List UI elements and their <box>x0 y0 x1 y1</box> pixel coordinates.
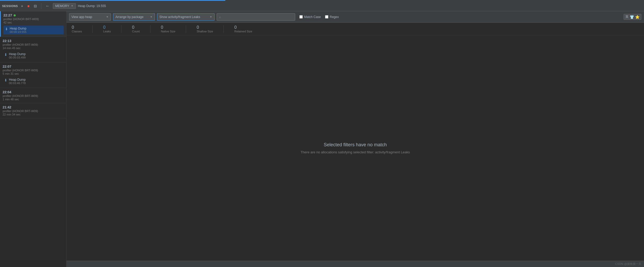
main-toolbar: View app heap ▼ Arrange by package ▼ Sho… <box>66 11 644 23</box>
shirt-icon: 👕 <box>630 15 634 19</box>
regex-checkbox-label[interactable]: Regex <box>325 15 339 19</box>
stat-separator <box>121 25 121 33</box>
match-case-checkbox[interactable] <box>299 15 303 19</box>
stat-retained-size: 0 Retained Size <box>234 25 252 33</box>
arrange-by-package-arrow: ▼ <box>150 15 153 18</box>
regex-checkbox[interactable] <box>325 15 328 19</box>
stat-count: 0 Count <box>132 25 139 33</box>
top-bar: SESSIONS + ■ ⊟ ← MEMORY ▼ Heap Dump: 19.… <box>0 1 644 11</box>
session-time-value: 22:13 <box>3 39 11 43</box>
session-time: 22:04 <box>3 90 64 94</box>
show-filter-label: Show activity/fragment Leaks <box>159 15 200 19</box>
stat-separator <box>186 25 186 33</box>
native-size-value: 0 <box>161 25 163 30</box>
bottom-bar: CSDN @摸鱼摸一天 <box>66 261 644 267</box>
search-input[interactable] <box>222 15 293 19</box>
session-time: 22:27 <box>3 13 64 17</box>
session-active-dot <box>14 14 16 16</box>
heap-dump-item[interactable]: ⬇ Heap Dump 00:05:03.499 <box>3 51 64 60</box>
heap-dump-icon: ⬇ <box>5 27 8 31</box>
arrange-by-package-label: Arrange by package <box>115 15 143 19</box>
heap-dump-item[interactable]: ⬇ Heap Dump 00:03:46.778 <box>3 77 64 86</box>
lang-label: 英 <box>625 15 629 19</box>
stat-separator <box>223 25 224 33</box>
back-button[interactable]: ← <box>44 3 51 9</box>
session-device: profiler (HONOR BRT-W09) <box>3 94 64 97</box>
empty-state-description: There are no allocations satisfying sele… <box>301 150 410 154</box>
heap-dump-timestamp: 00:03:46.778 <box>9 82 26 85</box>
count-value: 0 <box>132 25 134 30</box>
leaks-label: Leaks <box>103 30 111 33</box>
main-content: Selected filters have no match There are… <box>66 35 644 261</box>
heap-dump-name: Heap Dump <box>10 27 26 30</box>
classes-value: 0 <box>72 25 74 30</box>
session-time-value: 22:04 <box>3 90 11 94</box>
retained-size-value: 0 <box>234 25 237 30</box>
memory-dropdown[interactable]: MEMORY ▼ <box>53 3 76 9</box>
heap-dump-timestamp: 00:00:19.555 <box>10 30 26 33</box>
session-duration: 1 min 48 sec <box>3 98 64 101</box>
stat-leaks: 0 Leaks <box>103 25 111 33</box>
session-item[interactable]: 21:42 profiler (HONOR BRT-W09) 22 min 34… <box>0 103 66 118</box>
match-case-label: Match Case <box>304 15 321 19</box>
heap-dump-timestamp: 00:05:03.499 <box>9 56 26 59</box>
session-time: 21:42 <box>3 105 64 109</box>
heap-dump-title: Heap Dump: 19.555 <box>78 4 106 8</box>
filter-checkboxes: Match Case Regex <box>299 15 339 19</box>
session-device: profiler (HONOR BRT-W09) <box>3 43 64 46</box>
stats-bar: 0 Classes 0 Leaks 0 Count 0 Native Size … <box>66 23 644 35</box>
search-container: ⌕ <box>217 13 295 21</box>
memory-dropdown-arrow: ▼ <box>71 4 74 7</box>
count-label: Count <box>132 30 139 33</box>
show-filter-dropdown[interactable]: Show activity/fragment Leaks ▼ <box>157 13 215 21</box>
session-item[interactable]: 22:27 profiler (HONOR BRT-W09) 42 sec ⬇ … <box>0 11 66 37</box>
view-app-heap-label: View app heap <box>71 15 92 19</box>
language-widget[interactable]: 英 👕 ⭐ <box>624 14 641 20</box>
split-button[interactable]: ⊟ <box>33 3 38 9</box>
session-device: profiler (HONOR BRT-W09) <box>3 69 64 72</box>
session-time-value: 22:27 <box>3 13 12 17</box>
retained-size-label: Retained Size <box>234 30 252 33</box>
sessions-sidebar: 22:27 profiler (HONOR BRT-W09) 42 sec ⬇ … <box>0 11 66 267</box>
arrange-by-package-dropdown[interactable]: Arrange by package ▼ <box>113 13 155 21</box>
session-time: 22:13 <box>3 39 64 43</box>
watermark: CSDN @摸鱼摸一天 <box>615 262 641 266</box>
session-device: profiler (HONOR BRT-W09) <box>3 109 64 113</box>
stat-classes: 0 Classes <box>72 25 82 33</box>
sessions-label: SESSIONS <box>2 4 18 8</box>
leaks-value: 0 <box>103 25 105 30</box>
native-size-label: Native Size <box>161 30 176 33</box>
session-item[interactable]: 22:04 profiler (HONOR BRT-W09) 1 min 48 … <box>0 88 66 103</box>
heap-dump-name: Heap Dump <box>9 78 26 82</box>
session-time: 22:07 <box>3 65 64 68</box>
session-duration: 5 min 31 sec <box>3 72 64 75</box>
search-icon: ⌕ <box>219 15 221 19</box>
stat-shallow-size: 0 Shallow Size <box>197 25 213 33</box>
memory-label: MEMORY <box>55 4 69 8</box>
session-time-value: 22:07 <box>3 65 11 68</box>
show-filter-arrow: ▼ <box>210 15 212 18</box>
heap-dump-icon: ⬇ <box>4 78 7 82</box>
star-icon: ⭐ <box>635 15 640 19</box>
heap-dump-name: Heap Dump <box>9 52 26 56</box>
stop-button[interactable]: ■ <box>26 3 30 9</box>
stat-separator <box>92 25 93 33</box>
session-duration: 14 min 45 sec <box>3 47 64 50</box>
match-case-checkbox-label[interactable]: Match Case <box>299 15 321 19</box>
toolbar-right: 英 👕 ⭐ <box>624 14 641 20</box>
session-duration: 22 min 34 sec <box>3 113 64 116</box>
view-app-heap-dropdown[interactable]: View app heap ▼ <box>69 13 111 21</box>
shallow-size-value: 0 <box>197 25 199 30</box>
regex-label: Regex <box>330 15 339 19</box>
session-duration: 42 sec <box>3 21 64 24</box>
session-device: profiler (HONOR BRT-W09) <box>3 18 64 21</box>
session-time-value: 21:42 <box>3 105 11 109</box>
heap-dump-item[interactable]: ⬇ Heap Dump 00:00:19.555 <box>3 26 64 34</box>
empty-state-title: Selected filters have no match <box>324 142 387 148</box>
session-item[interactable]: 22:07 profiler (HONOR BRT-W09) 5 min 31 … <box>0 62 66 88</box>
add-session-button[interactable]: + <box>20 3 24 9</box>
stat-separator <box>150 25 150 33</box>
classes-label: Classes <box>72 30 82 33</box>
shallow-size-label: Shallow Size <box>197 30 213 33</box>
session-item[interactable]: 22:13 profiler (HONOR BRT-W09) 14 min 45… <box>0 37 66 62</box>
